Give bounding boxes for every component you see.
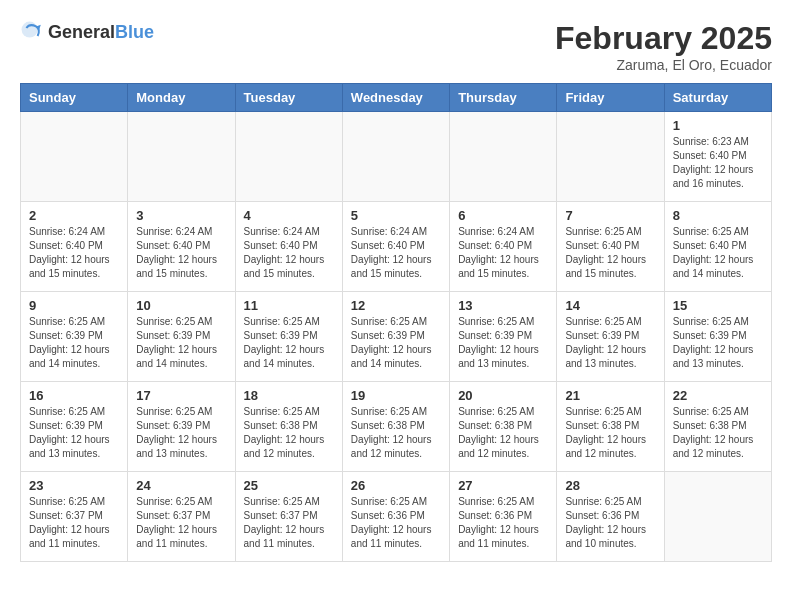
month-title: February 2025 [555,20,772,57]
day-number: 14 [565,298,655,313]
day-number: 26 [351,478,441,493]
calendar-cell: 8Sunrise: 6:25 AM Sunset: 6:40 PM Daylig… [664,202,771,292]
calendar-cell [21,112,128,202]
day-info: Sunrise: 6:25 AM Sunset: 6:36 PM Dayligh… [458,495,548,551]
calendar-cell [235,112,342,202]
calendar-header-wednesday: Wednesday [342,84,449,112]
day-info: Sunrise: 6:25 AM Sunset: 6:39 PM Dayligh… [136,405,226,461]
calendar-cell: 2Sunrise: 6:24 AM Sunset: 6:40 PM Daylig… [21,202,128,292]
day-number: 18 [244,388,334,403]
day-number: 22 [673,388,763,403]
day-number: 11 [244,298,334,313]
calendar-cell: 17Sunrise: 6:25 AM Sunset: 6:39 PM Dayli… [128,382,235,472]
calendar-cell: 16Sunrise: 6:25 AM Sunset: 6:39 PM Dayli… [21,382,128,472]
week-row-3: 9Sunrise: 6:25 AM Sunset: 6:39 PM Daylig… [21,292,772,382]
day-number: 1 [673,118,763,133]
calendar-cell: 11Sunrise: 6:25 AM Sunset: 6:39 PM Dayli… [235,292,342,382]
calendar-cell [128,112,235,202]
calendar-cell: 13Sunrise: 6:25 AM Sunset: 6:39 PM Dayli… [450,292,557,382]
week-row-4: 16Sunrise: 6:25 AM Sunset: 6:39 PM Dayli… [21,382,772,472]
day-info: Sunrise: 6:25 AM Sunset: 6:37 PM Dayligh… [29,495,119,551]
day-number: 16 [29,388,119,403]
day-info: Sunrise: 6:24 AM Sunset: 6:40 PM Dayligh… [29,225,119,281]
calendar-cell: 4Sunrise: 6:24 AM Sunset: 6:40 PM Daylig… [235,202,342,292]
day-info: Sunrise: 6:25 AM Sunset: 6:39 PM Dayligh… [351,315,441,371]
day-info: Sunrise: 6:25 AM Sunset: 6:39 PM Dayligh… [565,315,655,371]
calendar-cell: 1Sunrise: 6:23 AM Sunset: 6:40 PM Daylig… [664,112,771,202]
day-number: 3 [136,208,226,223]
day-number: 13 [458,298,548,313]
day-info: Sunrise: 6:25 AM Sunset: 6:39 PM Dayligh… [673,315,763,371]
day-number: 25 [244,478,334,493]
calendar-cell: 24Sunrise: 6:25 AM Sunset: 6:37 PM Dayli… [128,472,235,562]
calendar-header-sunday: Sunday [21,84,128,112]
day-info: Sunrise: 6:24 AM Sunset: 6:40 PM Dayligh… [458,225,548,281]
day-info: Sunrise: 6:25 AM Sunset: 6:39 PM Dayligh… [29,405,119,461]
svg-point-0 [22,22,38,38]
calendar-cell: 7Sunrise: 6:25 AM Sunset: 6:40 PM Daylig… [557,202,664,292]
calendar-cell: 15Sunrise: 6:25 AM Sunset: 6:39 PM Dayli… [664,292,771,382]
week-row-5: 23Sunrise: 6:25 AM Sunset: 6:37 PM Dayli… [21,472,772,562]
day-info: Sunrise: 6:25 AM Sunset: 6:39 PM Dayligh… [29,315,119,371]
day-info: Sunrise: 6:23 AM Sunset: 6:40 PM Dayligh… [673,135,763,191]
calendar-cell: 5Sunrise: 6:24 AM Sunset: 6:40 PM Daylig… [342,202,449,292]
calendar-cell: 23Sunrise: 6:25 AM Sunset: 6:37 PM Dayli… [21,472,128,562]
day-info: Sunrise: 6:25 AM Sunset: 6:38 PM Dayligh… [244,405,334,461]
calendar-header-friday: Friday [557,84,664,112]
logo-icon [20,20,44,44]
calendar-cell: 26Sunrise: 6:25 AM Sunset: 6:36 PM Dayli… [342,472,449,562]
calendar-cell [450,112,557,202]
day-info: Sunrise: 6:24 AM Sunset: 6:40 PM Dayligh… [244,225,334,281]
calendar-cell: 10Sunrise: 6:25 AM Sunset: 6:39 PM Dayli… [128,292,235,382]
calendar-cell: 22Sunrise: 6:25 AM Sunset: 6:38 PM Dayli… [664,382,771,472]
day-number: 12 [351,298,441,313]
calendar-cell [557,112,664,202]
calendar-table: SundayMondayTuesdayWednesdayThursdayFrid… [20,83,772,562]
day-info: Sunrise: 6:25 AM Sunset: 6:38 PM Dayligh… [565,405,655,461]
day-number: 2 [29,208,119,223]
day-info: Sunrise: 6:24 AM Sunset: 6:40 PM Dayligh… [351,225,441,281]
calendar-header-saturday: Saturday [664,84,771,112]
logo-general: GeneralBlue [48,22,154,43]
day-number: 21 [565,388,655,403]
day-info: Sunrise: 6:24 AM Sunset: 6:40 PM Dayligh… [136,225,226,281]
calendar-cell: 27Sunrise: 6:25 AM Sunset: 6:36 PM Dayli… [450,472,557,562]
day-number: 4 [244,208,334,223]
day-info: Sunrise: 6:25 AM Sunset: 6:37 PM Dayligh… [136,495,226,551]
day-number: 10 [136,298,226,313]
day-info: Sunrise: 6:25 AM Sunset: 6:39 PM Dayligh… [458,315,548,371]
calendar-cell: 14Sunrise: 6:25 AM Sunset: 6:39 PM Dayli… [557,292,664,382]
location: Zaruma, El Oro, Ecuador [555,57,772,73]
day-number: 19 [351,388,441,403]
day-info: Sunrise: 6:25 AM Sunset: 6:37 PM Dayligh… [244,495,334,551]
day-info: Sunrise: 6:25 AM Sunset: 6:39 PM Dayligh… [244,315,334,371]
day-number: 27 [458,478,548,493]
day-info: Sunrise: 6:25 AM Sunset: 6:40 PM Dayligh… [673,225,763,281]
day-info: Sunrise: 6:25 AM Sunset: 6:40 PM Dayligh… [565,225,655,281]
day-info: Sunrise: 6:25 AM Sunset: 6:38 PM Dayligh… [673,405,763,461]
day-number: 7 [565,208,655,223]
day-info: Sunrise: 6:25 AM Sunset: 6:38 PM Dayligh… [458,405,548,461]
calendar-header-tuesday: Tuesday [235,84,342,112]
calendar-cell: 19Sunrise: 6:25 AM Sunset: 6:38 PM Dayli… [342,382,449,472]
day-info: Sunrise: 6:25 AM Sunset: 6:36 PM Dayligh… [565,495,655,551]
week-row-2: 2Sunrise: 6:24 AM Sunset: 6:40 PM Daylig… [21,202,772,292]
day-number: 24 [136,478,226,493]
week-row-1: 1Sunrise: 6:23 AM Sunset: 6:40 PM Daylig… [21,112,772,202]
day-number: 20 [458,388,548,403]
calendar-cell [342,112,449,202]
day-info: Sunrise: 6:25 AM Sunset: 6:38 PM Dayligh… [351,405,441,461]
calendar-cell: 25Sunrise: 6:25 AM Sunset: 6:37 PM Dayli… [235,472,342,562]
logo: GeneralBlue [20,20,154,44]
title-block: February 2025 Zaruma, El Oro, Ecuador [555,20,772,73]
calendar-cell: 21Sunrise: 6:25 AM Sunset: 6:38 PM Dayli… [557,382,664,472]
calendar-cell: 9Sunrise: 6:25 AM Sunset: 6:39 PM Daylig… [21,292,128,382]
day-number: 5 [351,208,441,223]
day-info: Sunrise: 6:25 AM Sunset: 6:39 PM Dayligh… [136,315,226,371]
day-number: 23 [29,478,119,493]
day-number: 6 [458,208,548,223]
calendar-cell [664,472,771,562]
day-number: 8 [673,208,763,223]
calendar-cell: 20Sunrise: 6:25 AM Sunset: 6:38 PM Dayli… [450,382,557,472]
calendar-cell: 18Sunrise: 6:25 AM Sunset: 6:38 PM Dayli… [235,382,342,472]
